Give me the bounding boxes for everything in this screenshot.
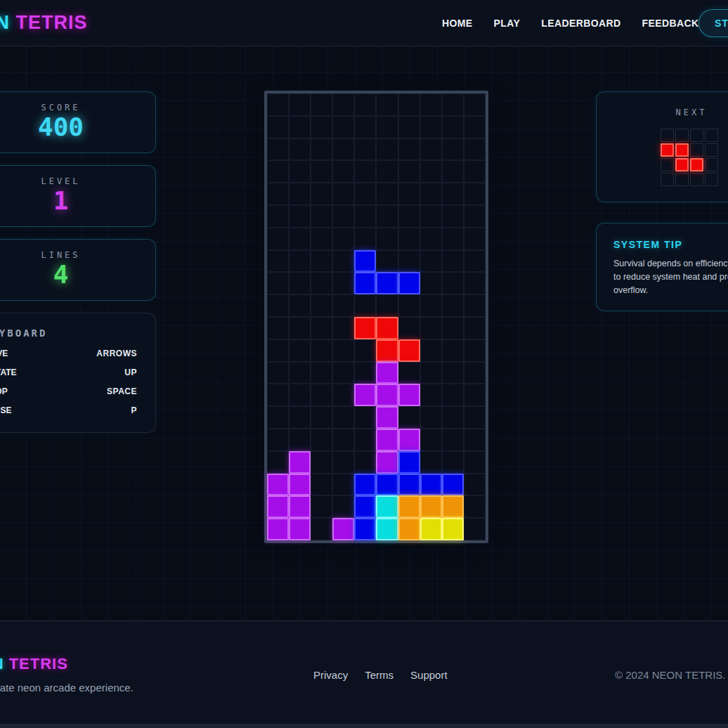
board-cell-empty	[354, 451, 376, 474]
board-cell-empty	[311, 93, 332, 116]
keyboard-action-label: PAUSE	[0, 405, 11, 415]
keyboard-row-rotate: ROTATE UP	[0, 368, 137, 377]
board-cell-empty	[311, 160, 332, 183]
board-cell-empty	[267, 429, 289, 451]
lines-label: LINES	[0, 250, 155, 260]
board-cell-purple	[376, 406, 398, 429]
keyboard-key-label: ARROWS	[96, 349, 137, 358]
board-cell-empty	[442, 362, 464, 384]
board-cell-empty	[442, 451, 464, 474]
next-grid-cell	[675, 129, 689, 142]
board-cell-empty	[398, 317, 420, 339]
keyboard-row-move: MOVE ARROWS	[0, 349, 137, 358]
board-cell-empty	[267, 272, 289, 294]
start-game-button[interactable]: START	[698, 9, 728, 37]
board-cell-blue	[398, 272, 420, 294]
board-cell-empty	[311, 451, 332, 474]
board-cell-cyan	[376, 518, 398, 540]
site-logo: NEON TETRIS	[0, 12, 88, 34]
board-cell-empty	[376, 205, 398, 228]
board-cell-empty	[289, 384, 311, 406]
board-cell-empty	[354, 429, 376, 451]
board-cell-empty	[442, 429, 464, 451]
board-cell-empty	[354, 138, 376, 161]
board-cell-empty	[398, 362, 420, 384]
board-cell-empty	[311, 362, 332, 384]
board-cell-empty	[442, 272, 464, 294]
nav-link-leaderboard[interactable]: LEADERBOARD	[541, 18, 620, 29]
board-cell-empty	[332, 384, 354, 406]
board-cell-blue	[354, 272, 376, 294]
footer-logo: NEON TETRIS	[0, 655, 134, 673]
board-cell-empty	[464, 451, 486, 474]
board-cell-empty	[398, 406, 420, 429]
board-cell-purple	[267, 495, 289, 518]
footer-link-terms[interactable]: Terms	[365, 669, 394, 681]
board-cell-empty	[311, 495, 332, 518]
nav-link-feedback[interactable]: FEEDBACK	[642, 18, 699, 29]
board-cell-empty	[311, 317, 332, 339]
next-grid-cell	[675, 173, 689, 186]
board-cell-empty	[311, 406, 332, 429]
score-panel: SCORE 400	[0, 91, 156, 153]
next-piece-panel: NEXT	[596, 91, 728, 202]
footer-link-privacy[interactable]: Privacy	[313, 669, 348, 681]
board-cell-empty	[420, 228, 442, 250]
keyboard-key-label: UP	[124, 368, 137, 377]
next-grid-cell	[690, 129, 703, 142]
board-cell-empty	[376, 116, 398, 138]
board-cell-empty	[311, 294, 332, 317]
board-cell-red	[354, 317, 376, 339]
board-cell-empty	[420, 294, 442, 317]
keyboard-key-label: P	[131, 405, 137, 415]
next-grid-cell	[690, 143, 703, 157]
board-cell-red	[376, 339, 398, 362]
board-cell-empty	[332, 228, 354, 250]
board-cell-empty	[398, 93, 420, 116]
board-cell-purple	[376, 451, 398, 474]
board-cell-empty	[420, 116, 442, 138]
board-cell-blue	[442, 474, 464, 496]
board-cell-empty	[354, 205, 376, 228]
board-cell-empty	[289, 406, 311, 429]
board-cell-empty	[398, 116, 420, 138]
board-cell-blue	[354, 474, 376, 496]
board-cell-empty	[420, 406, 442, 429]
board-cell-empty	[464, 362, 486, 384]
board-cell-empty	[289, 116, 311, 138]
next-piece-block	[690, 158, 703, 171]
board-cell-empty	[376, 228, 398, 250]
game-board	[264, 91, 488, 543]
system-tip-line: overflow.	[613, 284, 728, 297]
board-cell-empty	[354, 362, 376, 384]
board-cell-empty	[464, 495, 486, 518]
board-cell-empty	[311, 474, 332, 496]
board-cell-empty	[398, 183, 420, 205]
nav-link-home[interactable]: HOME	[442, 18, 473, 29]
game-board-grid	[267, 93, 486, 540]
board-cell-empty	[464, 429, 486, 451]
system-tip-title: SYSTEM TIP	[613, 239, 728, 250]
board-cell-empty	[464, 339, 486, 362]
level-label: LEVEL	[0, 176, 155, 186]
board-cell-empty	[267, 317, 289, 339]
board-cell-empty	[332, 451, 354, 474]
board-cell-orange	[420, 495, 442, 518]
board-cell-empty	[311, 518, 332, 540]
board-cell-empty	[332, 272, 354, 294]
board-cell-empty	[332, 339, 354, 362]
board-cell-empty	[442, 93, 464, 116]
board-cell-red	[376, 317, 398, 339]
board-cell-empty	[267, 339, 289, 362]
footer-link-support[interactable]: Support	[410, 669, 448, 681]
board-cell-empty	[267, 116, 289, 138]
board-cell-empty	[267, 250, 289, 273]
board-cell-empty	[289, 272, 311, 294]
horizontal-scrollbar[interactable]	[0, 724, 728, 728]
board-cell-empty	[420, 451, 442, 474]
board-cell-empty	[332, 294, 354, 317]
lines-panel: LINES 4	[0, 239, 156, 301]
board-cell-empty	[289, 93, 311, 116]
nav-link-play[interactable]: PLAY	[494, 18, 521, 29]
board-cell-empty	[267, 183, 289, 205]
